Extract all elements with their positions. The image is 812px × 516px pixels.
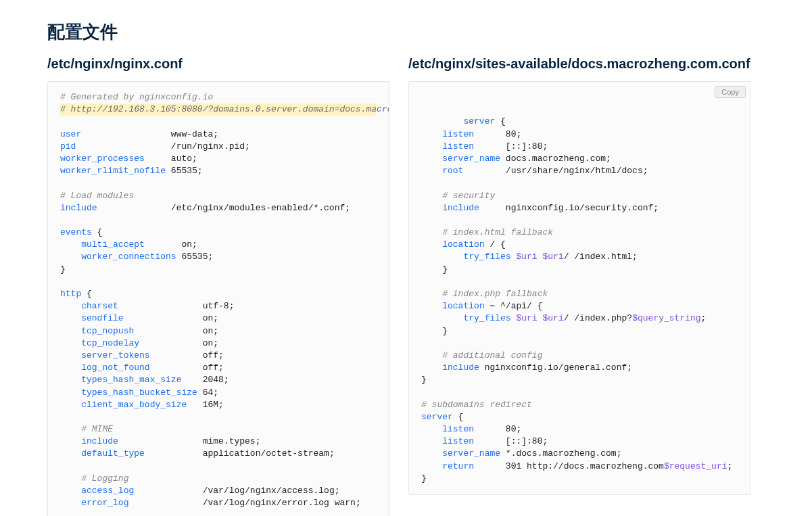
left-filename: /etc/nginx/nginx.conf: [47, 56, 389, 72]
right-column: /etc/nginx/sites-available/docs.macrozhe…: [408, 56, 750, 516]
left-code-block: # Generated by nginxconfig.io # http://1…: [47, 81, 389, 516]
right-code-block: Copy server { listen 80; listen [::]:80;…: [408, 81, 750, 495]
left-column: /etc/nginx/nginx.conf # Generated by ngi…: [47, 56, 389, 516]
page-title: 配置文件: [47, 20, 750, 44]
columns: /etc/nginx/nginx.conf # Generated by ngi…: [47, 56, 750, 516]
right-filename: /etc/nginx/sites-available/docs.macrozhe…: [408, 56, 750, 72]
copy-button[interactable]: Copy: [715, 86, 746, 98]
